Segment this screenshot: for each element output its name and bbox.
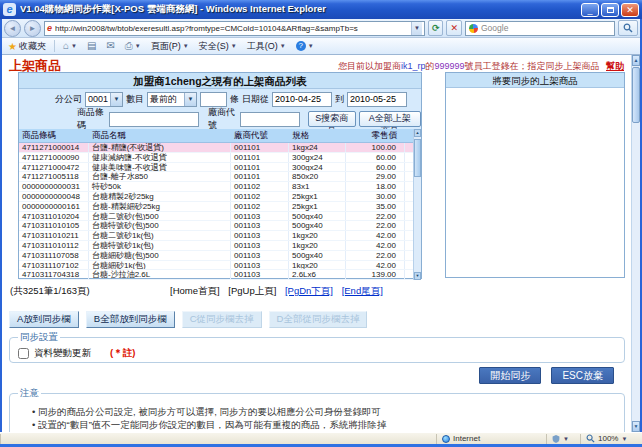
- table-cell: 42.00: [346, 261, 405, 270]
- window-title: V1.04購物網同步作業[X-POS 雲端商務網] - Windows Inte…: [20, 3, 581, 16]
- table-row[interactable]: 4710311704318台糖-沙拉油2.6L0011032.6Lx6139.0…: [19, 270, 421, 280]
- table-cell: 25kgx1: [289, 202, 346, 211]
- pgdn-page-link[interactable]: [PgDn下頁]: [285, 285, 333, 296]
- table-cell: 001103: [231, 231, 289, 240]
- home-button[interactable]: ⌂▼: [61, 41, 79, 51]
- page-favicon-icon: e: [47, 23, 52, 33]
- all-products-button[interactable]: A全部上架商品: [359, 111, 421, 127]
- table-row[interactable]: 4711271000090健康減納鹽-不收退貨001101300gx2460.0…: [19, 153, 421, 163]
- table-cell: 0000000000048: [19, 192, 89, 201]
- table-cell: 500gx40: [289, 251, 346, 260]
- table-cell: 1kgx20: [289, 261, 346, 270]
- column-header: 商品條碼: [19, 130, 89, 142]
- magnifier-icon: [623, 23, 633, 33]
- remove-all-from-sync-button: D全部從同步欄去掉: [269, 311, 368, 328]
- date-to-input[interactable]: [347, 92, 407, 107]
- address-dropdown-icon[interactable]: ▼: [411, 22, 422, 35]
- branch-select[interactable]: 0001▼: [85, 92, 123, 107]
- minimize-button[interactable]: _: [581, 3, 599, 17]
- page-scrollbar-thumb[interactable]: [632, 67, 640, 123]
- table-row[interactable]: 4711271005118台鹽-離子水850001101850x2029.00: [19, 172, 421, 182]
- product-list-panel: 加盟商1cheng之現有的上架商品列表 分公司 0001▼ 數目 最前的▼ 條 …: [18, 72, 422, 279]
- date-from-input[interactable]: [272, 92, 332, 107]
- note-marker: (＊註): [110, 347, 135, 360]
- table-cell: 22.00: [346, 221, 405, 230]
- status-bar: Internet ▼ 100% ▼: [0, 432, 642, 444]
- table-cell: 001103: [231, 261, 289, 270]
- table-cell: 台糖精製2砂25kg: [89, 192, 231, 201]
- vendor-input[interactable]: [240, 112, 300, 127]
- table-row[interactable]: 0000000000031特砂50k00110283x118.00: [19, 182, 421, 192]
- page-scrollbar[interactable]: ▲ ▼: [631, 55, 640, 432]
- scroll-up-icon[interactable]: ▲: [414, 129, 421, 137]
- page-scroll-up-icon[interactable]: ▲: [632, 55, 640, 66]
- end-page-link[interactable]: [End尾頁]: [342, 285, 383, 296]
- table-cell: 001103: [231, 251, 289, 260]
- add-to-sync-button[interactable]: A放到同步欄: [9, 311, 79, 328]
- favorites-star-icon: ★: [8, 41, 17, 52]
- add-all-to-sync-button[interactable]: B全部放到同步欄: [86, 311, 175, 328]
- count-label: 數目: [126, 93, 144, 106]
- notes-fieldset: 注意 同步的商品分公司設定, 被同步方可以選擇, 同步方的要以相應分公司身份登錄…: [9, 387, 625, 432]
- table-cell: 60.00: [346, 163, 405, 172]
- table-row[interactable]: 4710311107102台糖細砂1k(包)0011031kgx2042.00: [19, 261, 421, 271]
- table-row[interactable]: 4710311010105台糖特號砂(包)500001103500gx4022.…: [19, 221, 421, 231]
- table-row[interactable]: 0000000000161台糖-精製細砂25kg00110225kgx135.0…: [19, 202, 421, 212]
- table-cell: 台糖-沙拉油2.6L: [89, 270, 231, 279]
- sync-target-panel: 將要同步的上架商品: [445, 72, 625, 278]
- table-row[interactable]: 4711271000472健康美味鹽-不收退貨001101300gx2460.0…: [19, 163, 421, 173]
- table-cell: 001103: [231, 221, 289, 230]
- pagination: (共3251筆1/163頁) [Home首頁] [PgUp上頁] [PgDn下頁…: [10, 285, 626, 298]
- zoom-level: 100%: [598, 434, 618, 443]
- read-mail-button[interactable]: ✉: [104, 41, 116, 51]
- table-row[interactable]: 4710311010211台糖二號砂1k(包)0011031kgx2042.00: [19, 231, 421, 241]
- table-cell: 4711271000014: [19, 143, 89, 152]
- address-input[interactable]: e http://win2008/tw/btob/exeresultl.asp?…: [44, 21, 425, 36]
- table-cell: 83x1: [289, 182, 346, 191]
- count-select[interactable]: 最前的▼: [147, 92, 197, 107]
- start-sync-button[interactable]: 開始同步: [479, 367, 541, 384]
- forward-button[interactable]: ►: [24, 20, 41, 37]
- stop-button[interactable]: ✕: [446, 20, 462, 36]
- zoom-control[interactable]: 100% ▼: [580, 434, 642, 444]
- chevron-down-icon: ▼: [184, 93, 196, 106]
- table-row[interactable]: 4710311010112台糖特號砂1k(包)0011031kgx2042.00: [19, 241, 421, 251]
- sync-target-title: 將要同步的上架商品: [446, 73, 624, 88]
- product-table: 商品條碼 商品名稱 廠商代號 規格 零售價 4711271000014台鹽-精鹽…: [19, 129, 421, 280]
- column-header: 廠商代號: [231, 130, 289, 142]
- scroll-down-icon[interactable]: ▼: [414, 272, 421, 280]
- favorites-label: 收藏夾: [19, 40, 46, 53]
- help-link[interactable]: 幫助: [606, 61, 624, 71]
- esc-cancel-button[interactable]: ESC放棄: [551, 367, 614, 384]
- back-button[interactable]: ◄: [4, 20, 21, 37]
- barcode-input[interactable]: [109, 112, 199, 127]
- toolbar-separator: [54, 40, 55, 52]
- table-cell: 台糖細砂1k(包): [89, 261, 231, 270]
- print-button[interactable]: ⎙▼: [123, 41, 143, 51]
- search-input[interactable]: Google: [465, 21, 615, 36]
- table-cell: 22.00: [346, 212, 405, 221]
- table-row[interactable]: 4711271000014台鹽-精鹽(不收退貨)0011011kgx24100.…: [19, 143, 421, 153]
- tools-menu[interactable]: 工具(O)▼: [245, 40, 288, 53]
- branch-label: 分公司: [55, 93, 82, 106]
- close-button[interactable]: ✕: [621, 3, 639, 17]
- page-scroll-down-icon[interactable]: ▼: [632, 421, 640, 432]
- table-scrollbar[interactable]: ▲ ▼: [413, 129, 421, 280]
- scrollbar-thumb[interactable]: [414, 139, 421, 177]
- protected-mode-button[interactable]: ▼: [546, 434, 580, 444]
- table-cell: 500gx40: [289, 212, 346, 221]
- help-menu[interactable]: ?▼: [294, 41, 316, 51]
- table-row[interactable]: 4710311010204台糖二號砂(包)500001103500gx4022.…: [19, 212, 421, 222]
- maximize-button[interactable]: [601, 3, 619, 17]
- safety-menu[interactable]: 安全(S)▼: [197, 40, 239, 53]
- search-button[interactable]: [618, 20, 638, 36]
- favorites-button[interactable]: ★ 收藏夾: [6, 40, 48, 53]
- page-menu[interactable]: 頁面(P)▼: [149, 40, 191, 53]
- feeds-button[interactable]: ▤: [85, 41, 98, 51]
- data-update-checkbox[interactable]: [18, 348, 29, 359]
- count-input[interactable]: [200, 92, 227, 107]
- refresh-button[interactable]: ⟳: [428, 20, 444, 36]
- table-row[interactable]: 4710311107058台糖細砂糖(包)500001103500gx4022.…: [19, 251, 421, 261]
- search-products-button[interactable]: S搜索商品: [308, 111, 356, 127]
- table-row[interactable]: 0000000000048台糖精製2砂25kg00110225kgx130.00: [19, 192, 421, 202]
